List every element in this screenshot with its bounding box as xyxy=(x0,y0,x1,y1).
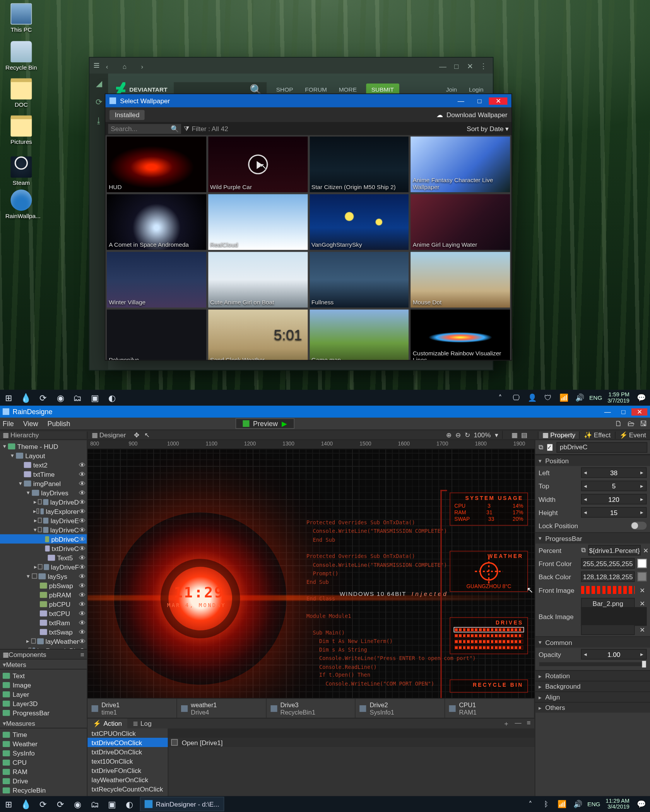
list-item[interactable]: Layer xyxy=(3,689,84,699)
clear-icon[interactable]: ✕ xyxy=(637,586,647,594)
add-icon[interactable]: ＋ xyxy=(503,719,510,728)
visibility-icon[interactable]: 👁 xyxy=(79,619,86,626)
sort-dropdown[interactable]: Sort by Date ▾ xyxy=(467,125,509,132)
visibility-icon[interactable]: 👁 xyxy=(79,517,86,524)
save-icon[interactable]: 🖫 xyxy=(640,420,647,428)
tree-item[interactable]: ▾layDrives👁 xyxy=(0,488,87,497)
nav-forum[interactable]: FORUM xyxy=(305,86,327,93)
rainwallpaper-icon[interactable]: 💧 xyxy=(19,797,32,810)
visibility-icon[interactable]: 👁 xyxy=(79,600,86,607)
front-image-preview[interactable] xyxy=(581,586,635,594)
close-icon[interactable]: ✕ xyxy=(631,408,647,415)
chrome-icon[interactable]: ◉ xyxy=(71,797,84,810)
tree-item[interactable]: txtDriveC👁 xyxy=(0,544,87,553)
explorer-icon[interactable]: 🗂 xyxy=(88,797,101,810)
download-icon[interactable]: ⭳ xyxy=(95,116,103,125)
top-input[interactable]: ◂5▸ xyxy=(581,481,647,491)
list-item[interactable]: SysInfo xyxy=(3,748,84,757)
list-item[interactable]: Layer3D xyxy=(3,699,84,708)
list-item[interactable]: Time xyxy=(3,730,84,739)
rd-menubar[interactable]: File View Publish Preview ▶ 🗋 🗁 🖫 xyxy=(0,418,650,430)
tree-item[interactable]: ▸layRecycleBin👁 xyxy=(0,646,87,649)
snap-icon[interactable]: ▤ xyxy=(521,431,527,438)
nav-more[interactable]: MORE xyxy=(339,86,357,93)
var-item[interactable]: Drive3RecycleBin1 xyxy=(266,699,356,718)
wallpaper-tile[interactable]: Polygonilyc xyxy=(107,310,206,360)
tree-item[interactable]: Text5👁 xyxy=(0,553,87,562)
terminal-icon[interactable]: ▣ xyxy=(106,797,119,810)
filter-icon[interactable]: ⧩ xyxy=(184,125,189,133)
tree-item[interactable]: txtTime👁 xyxy=(0,469,87,479)
start-icon[interactable]: ⊞ xyxy=(2,797,15,810)
tree-item[interactable]: pbSwap👁 xyxy=(0,581,87,590)
hierarchy-tree[interactable]: ▾Theme - HUD▾Layouttext2👁txtTime👁▾imgPan… xyxy=(0,440,87,649)
tree-item[interactable]: txtSwap👁 xyxy=(0,627,87,636)
wallpaper-tile[interactable]: Winter Village xyxy=(107,252,206,307)
terminal-icon[interactable]: ▣ xyxy=(88,391,101,404)
action-list[interactable]: txtCPUOnClicktxtDriveCOnClicktxtDriveDOn… xyxy=(87,728,168,796)
list-item[interactable]: Image xyxy=(3,680,84,689)
tree-item[interactable]: pbRAM👁 xyxy=(0,590,87,599)
wallpaper-tile[interactable]: VanGoghStarrySky xyxy=(310,194,409,250)
maximize-icon[interactable]: □ xyxy=(616,408,631,415)
section-align[interactable]: ▸Align xyxy=(535,691,650,702)
var-item[interactable]: Drive1time1 xyxy=(87,699,177,718)
open-icon[interactable]: 🗁 xyxy=(628,420,635,428)
checkbox[interactable] xyxy=(171,739,178,745)
minimize-icon[interactable]: — xyxy=(452,97,470,104)
clear-icon[interactable]: ✕ xyxy=(643,546,648,554)
tab-action[interactable]: ⚡ Action xyxy=(87,718,127,728)
browser-titlebar[interactable]: ≡ ‹ ⌂ › — □ ✕ ⋮ xyxy=(89,58,493,73)
section-rotation[interactable]: ▸Rotation xyxy=(535,670,650,681)
tree-item[interactable]: ▾imgPanel👁 xyxy=(0,479,87,488)
visibility-icon[interactable]: 👁 xyxy=(79,563,86,570)
tree-item[interactable]: txtCPU👁 xyxy=(0,609,87,618)
var-item[interactable]: CPU1RAM1 xyxy=(445,699,535,718)
wallpaper-tile[interactable]: Fullness xyxy=(310,252,409,307)
tree-item[interactable]: ▾layDriveC👁 xyxy=(0,525,87,534)
tray-up-icon[interactable]: ˄ xyxy=(524,797,537,810)
section-position[interactable]: ▾Position xyxy=(535,455,650,466)
tree-item[interactable]: ▸layDriveE👁 xyxy=(0,516,87,525)
tab-installed[interactable]: Installed xyxy=(109,110,145,120)
link-icon[interactable]: ⧉ xyxy=(539,443,543,451)
tray-clock[interactable]: 1:59 PM3/7/2019 xyxy=(605,392,632,404)
steam-icon[interactable]: ⟳ xyxy=(36,391,50,404)
wallpaper-search[interactable]: Search... 🔍 xyxy=(108,124,181,134)
element-id-input[interactable] xyxy=(556,442,647,452)
remove-icon[interactable]: — xyxy=(515,719,522,728)
enabled-checkbox[interactable]: ✓ xyxy=(547,444,552,450)
tab-log[interactable]: ≣ Log xyxy=(127,718,157,728)
wallpaper-tile[interactable]: 5:01Sand Clock Weather xyxy=(208,310,308,360)
tray-sound-icon[interactable]: 🔊 xyxy=(571,797,585,810)
steam-icon[interactable]: ⟳ xyxy=(96,97,102,107)
tree-item[interactable]: ▸layExplorer👁 xyxy=(0,507,87,516)
tree-item[interactable]: txtRam👁 xyxy=(0,618,87,627)
color-swatch[interactable] xyxy=(637,572,647,581)
nav-back-icon[interactable]: ‹ xyxy=(103,63,112,70)
rd-titlebar[interactable]: RainDesigne — □ ✕ xyxy=(0,406,650,418)
tray-clock[interactable]: 11:29 AM3/4/2019 xyxy=(603,798,632,810)
list-item[interactable]: Text xyxy=(3,671,84,680)
nav-fwd-icon[interactable]: › xyxy=(137,63,147,70)
tray-lang[interactable]: ENG xyxy=(589,394,602,401)
play-icon[interactable]: ▶ xyxy=(282,420,287,428)
action-item[interactable]: txtDriveDOnClick xyxy=(87,747,168,756)
close-icon[interactable]: ✕ xyxy=(465,62,475,71)
desktop-icon-steam[interactable]: Steam xyxy=(5,152,37,186)
hamburger-icon[interactable]: ≡ xyxy=(94,60,100,72)
preview-toggle[interactable]: Preview ▶ xyxy=(235,418,294,429)
timeline-row[interactable]: Open [Drive1] xyxy=(168,738,534,747)
tray-wifi-icon[interactable]: 📶 xyxy=(558,391,571,404)
list-item[interactable]: RAM xyxy=(3,767,84,776)
tree-item[interactable]: pbDriveC👁 xyxy=(0,534,87,544)
pointer-tool-icon[interactable]: ↖ xyxy=(144,431,150,438)
desktop-icon-doc[interactable]: DOC xyxy=(5,78,37,108)
back-color-input[interactable]: 128,128,128,255 xyxy=(581,571,635,582)
var-item[interactable]: weather1Drive4 xyxy=(177,699,266,718)
wallpaper-tile[interactable]: Game man xyxy=(310,310,409,360)
visibility-icon[interactable]: 👁 xyxy=(79,544,86,552)
wallpaper-tile[interactable]: Customizable Rainbow Visualizer Lines xyxy=(411,310,510,360)
wallpaper-tile[interactable]: Anime Girl Laying Water xyxy=(411,194,510,250)
visibility-icon[interactable]: 👁 xyxy=(79,535,86,542)
